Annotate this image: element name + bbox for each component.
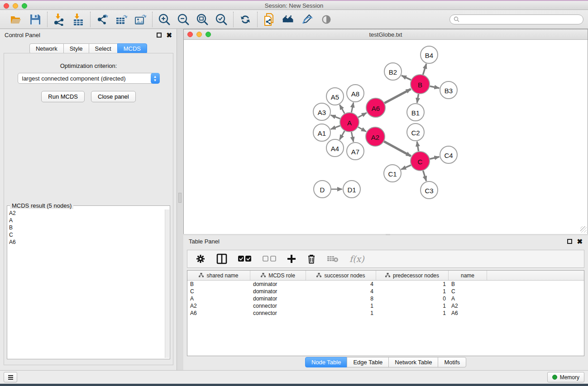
tab-mcds[interactable]: MCDS xyxy=(117,43,147,54)
cell-shared-name[interactable]: B xyxy=(187,281,250,288)
result-item[interactable]: A6 xyxy=(9,238,164,246)
task-history-button[interactable] xyxy=(4,372,17,382)
node-D1[interactable]: D1 xyxy=(343,181,360,198)
cell-shared-name[interactable]: C xyxy=(187,288,250,295)
tab-network[interactable]: Network xyxy=(29,43,64,54)
tab-network-table[interactable]: Network Table xyxy=(388,357,438,367)
export-network-icon[interactable] xyxy=(96,13,109,26)
select-all-checkboxes-icon[interactable] xyxy=(238,255,252,262)
cell-name[interactable]: A6 xyxy=(449,310,487,317)
refresh-icon[interactable] xyxy=(239,13,252,26)
cybrowser-home-icon[interactable] xyxy=(282,13,295,26)
cell-name[interactable]: A xyxy=(449,295,487,302)
tab-node-table[interactable]: Node Table xyxy=(305,357,348,367)
tab-style[interactable]: Style xyxy=(63,43,89,54)
node-B4[interactable]: B4 xyxy=(421,46,438,63)
delete-column-icon[interactable] xyxy=(307,254,316,264)
table-row[interactable]: A2connector11A2 xyxy=(187,302,584,310)
result-list-scrollbar[interactable] xyxy=(165,210,169,358)
float-panel-icon[interactable] xyxy=(157,33,162,38)
cell-predecessor-nodes[interactable]: 1 xyxy=(376,281,449,288)
close-panel-button[interactable]: Close panel xyxy=(91,91,136,102)
network-canvas[interactable]: B4B2BB3B1A5A8A6A3AA1A2C2A4A7CC4C1C3DD1 xyxy=(184,40,588,234)
table-row[interactable]: A6connector11A6 xyxy=(187,310,584,317)
import-network-icon[interactable] xyxy=(53,13,66,26)
export-image-icon[interactable] xyxy=(134,13,147,26)
cell-successor-nodes[interactable]: 1 xyxy=(306,302,376,310)
splitter-grip[interactable] xyxy=(178,193,182,203)
cell-name[interactable]: C xyxy=(449,288,487,295)
function-builder-icon[interactable]: f(x) xyxy=(349,254,364,264)
column-header-predecessor-nodes[interactable]: predecessor nodes xyxy=(376,271,449,280)
search-box[interactable] xyxy=(449,14,583,24)
column-header-name[interactable]: name xyxy=(449,271,487,280)
node-C2[interactable]: C2 xyxy=(407,124,424,141)
result-item[interactable]: A2 xyxy=(9,210,164,217)
node-D[interactable]: D xyxy=(314,181,331,198)
node-A8[interactable]: A8 xyxy=(347,85,364,102)
column-header-shared-name[interactable]: shared name xyxy=(187,271,250,280)
node-B3[interactable]: B3 xyxy=(440,81,457,99)
zoom-fit-icon[interactable] xyxy=(196,13,209,26)
search-input[interactable] xyxy=(462,16,579,23)
panel-splitter[interactable] xyxy=(177,29,183,370)
export-table-icon[interactable] xyxy=(115,13,128,26)
window-resize-grip[interactable] xyxy=(580,226,587,233)
node-A7[interactable]: A7 xyxy=(347,143,364,160)
node-C3[interactable]: C3 xyxy=(421,181,438,199)
node-C[interactable]: C xyxy=(411,152,430,171)
cell-successor-nodes[interactable]: 4 xyxy=(306,288,376,295)
table-row[interactable]: Cdominator41C xyxy=(187,288,584,295)
node-B1[interactable]: B1 xyxy=(407,104,424,121)
node-A1[interactable]: A1 xyxy=(313,124,330,141)
cell-MCDS-role[interactable]: connector xyxy=(250,302,306,310)
tab-motifs[interactable]: Motifs xyxy=(438,357,466,367)
tab-edge-table[interactable]: Edge Table xyxy=(347,357,389,367)
node-C4[interactable]: C4 xyxy=(440,146,457,163)
cell-name[interactable]: B xyxy=(449,281,487,288)
cell-predecessor-nodes[interactable]: 1 xyxy=(376,310,449,317)
cell-successor-nodes[interactable]: 4 xyxy=(306,281,376,288)
cell-successor-nodes[interactable]: 1 xyxy=(306,310,376,317)
result-item[interactable]: B xyxy=(9,224,164,231)
cell-MCDS-role[interactable]: dominator xyxy=(250,288,306,295)
cell-predecessor-nodes[interactable]: 1 xyxy=(376,302,449,310)
cell-predecessor-nodes[interactable]: 0 xyxy=(376,295,449,302)
node-A6[interactable]: A6 xyxy=(366,98,385,117)
cell-successor-nodes[interactable]: 8 xyxy=(306,295,376,302)
cell-predecessor-nodes[interactable]: 1 xyxy=(376,288,449,295)
node-B[interactable]: B xyxy=(411,75,430,94)
zoom-selected-icon[interactable] xyxy=(215,13,228,26)
column-header-successor-nodes[interactable]: successor nodes xyxy=(306,271,376,280)
table-row[interactable]: Bdominator41B xyxy=(187,281,584,288)
result-item[interactable]: A xyxy=(9,217,164,224)
show-graphics-icon[interactable] xyxy=(320,13,333,26)
cell-shared-name[interactable]: A2 xyxy=(187,302,250,310)
float-table-panel-icon[interactable] xyxy=(567,239,572,244)
mcds-result-list[interactable]: A2ABCA6 xyxy=(9,210,164,358)
open-session-icon[interactable] xyxy=(10,13,23,26)
close-table-panel-icon[interactable]: ✖ xyxy=(577,239,583,244)
node-A4[interactable]: A4 xyxy=(326,139,344,157)
cell-name[interactable]: A2 xyxy=(449,302,487,310)
node-A[interactable]: A xyxy=(340,113,359,132)
cell-MCDS-role[interactable]: connector xyxy=(250,310,306,317)
node-A5[interactable]: A5 xyxy=(326,88,344,105)
delete-table-icon[interactable] xyxy=(327,255,339,262)
split-columns-icon[interactable] xyxy=(216,253,227,264)
node-B2[interactable]: B2 xyxy=(384,63,402,80)
hide-annotations-icon[interactable] xyxy=(301,13,314,26)
column-header-MCDS-role[interactable]: MCDS role xyxy=(250,271,306,280)
clear-checkboxes-icon[interactable] xyxy=(263,255,276,262)
add-column-icon[interactable] xyxy=(287,254,296,263)
run-mcds-button[interactable]: Run MCDS xyxy=(41,91,85,102)
zoom-in-icon[interactable] xyxy=(158,13,171,26)
import-table-icon[interactable] xyxy=(72,13,85,26)
node-C1[interactable]: C1 xyxy=(384,165,401,182)
table-row[interactable]: Adominator80A xyxy=(187,295,584,302)
cell-MCDS-role[interactable]: dominator xyxy=(250,295,306,302)
save-session-icon[interactable] xyxy=(29,13,42,26)
node-A3[interactable]: A3 xyxy=(313,103,330,120)
cell-MCDS-role[interactable]: dominator xyxy=(250,281,306,288)
zoom-out-icon[interactable] xyxy=(177,13,190,26)
